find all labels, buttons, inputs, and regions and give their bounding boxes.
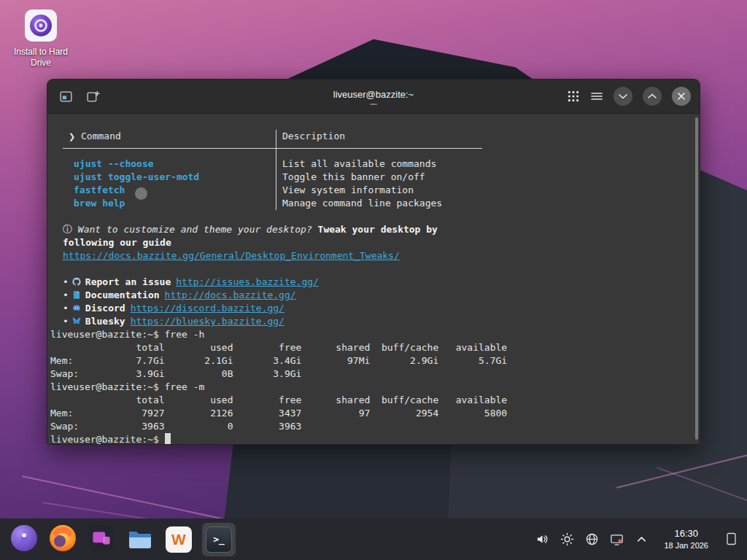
close-button[interactable] [672, 87, 691, 106]
bullet-label: Report an issue [85, 276, 171, 287]
list-item: •Documentationhttp://docs.bazzite.gg/ [63, 289, 692, 302]
taskbar-item-bazzite-menu[interactable] [9, 524, 39, 555]
description-cell: Toggle this banner on/off [276, 171, 482, 184]
table-header-row: ❯ Command Description [63, 130, 482, 149]
network-globe-icon[interactable] [585, 532, 599, 546]
session-profile-icon[interactable] [59, 90, 73, 104]
bazzite-portal-icon [88, 524, 115, 555]
command-cell: ujust toggle-user-motd [63, 171, 276, 184]
text-cursor [165, 433, 171, 444]
taskbar-item-orange-w-app[interactable]: W [163, 524, 194, 555]
clock-date: 18 Jan 2026 [664, 541, 708, 550]
firefox-icon [49, 524, 77, 555]
window-title: liveuser@bazzite:~ [333, 89, 414, 100]
new-tab-icon[interactable] [86, 90, 100, 104]
busy-indicator [135, 187, 147, 200]
info-icon: ⓘ [63, 224, 72, 235]
show-desktop-button[interactable] [724, 532, 738, 546]
command-output-line: total used free shared buff/cache availa… [50, 341, 692, 354]
command-table: ❯ Command Description ujust --choose Lis… [63, 130, 482, 210]
desktop-icon-label: Install to Hard Drive [7, 47, 74, 69]
taskbar-item-bazzite-portal[interactable] [86, 524, 117, 555]
terminal-icon: >_ [206, 526, 232, 553]
list-item: •Discordhttps://discord.bazzite.gg/ [63, 302, 692, 315]
discord-link[interactable]: https://discord.bazzite.gg/ [131, 303, 285, 314]
shell-prompt: liveuser@bazzite:~$ [50, 434, 159, 445]
prompt-arrow-icon: ❯ [69, 132, 75, 141]
command-column-header: Command [81, 131, 121, 141]
bluesky-link[interactable]: https://bluesky.bazzite.gg/ [131, 316, 285, 327]
shell-prompt-line: liveuser@bazzite:~$ [50, 433, 692, 445]
bullet-label: Discord [85, 303, 125, 314]
tab-indicator [370, 104, 377, 105]
table-row: ujust toggle-user-motd Toggle this banne… [63, 171, 482, 184]
tip-question: Want to customize and theme your desktop… [78, 224, 312, 235]
table-row: ujust --choose List all available comman… [63, 149, 482, 171]
w-app-icon: W [166, 526, 192, 553]
screen-share-icon[interactable] [610, 532, 624, 546]
github-icon [71, 277, 82, 287]
taskbar-item-dolphin[interactable] [125, 524, 155, 555]
discord-icon [71, 303, 82, 313]
list-item: •Report an issuehttp://issues.bazzite.gg… [63, 276, 692, 289]
description-cell: Manage command line packages [276, 197, 482, 210]
description-cell: List all available commands [276, 149, 482, 171]
command-cell: ujust --choose [63, 149, 276, 171]
bullet-marker: • [63, 303, 69, 314]
hamburger-menu-icon[interactable] [590, 90, 603, 103]
tweaks-guide-link[interactable]: https://docs.bazzite.gg/General/Desktop_… [63, 250, 400, 261]
installer-icon [24, 9, 58, 42]
tip-bold-text: following our guide [63, 237, 171, 248]
terminal-content[interactable]: ❯ Command Description ujust --choose Lis… [47, 114, 700, 445]
command-cell: brew help [63, 197, 276, 210]
clock-time: 16:30 [664, 529, 708, 539]
split-view-grid-icon[interactable] [567, 90, 580, 103]
typed-command: free -m [165, 381, 205, 392]
bullet-marker: • [63, 289, 69, 300]
bullet-label: Documentation [85, 289, 160, 300]
scrollbar[interactable] [695, 117, 698, 440]
typed-command: free -h [165, 329, 205, 340]
minimize-button[interactable] [614, 87, 632, 106]
document-icon [71, 290, 82, 300]
shell-prompt: liveuser@bazzite:~$ [50, 329, 159, 340]
window-titlebar[interactable]: liveuser@bazzite:~ [47, 79, 700, 114]
taskbar-item-konsole-active[interactable]: >_ [202, 523, 236, 556]
bullet-marker: • [63, 276, 69, 287]
w-app-letter: W [171, 531, 186, 548]
volume-icon[interactable] [535, 532, 549, 546]
command-output-line: Swap: 3963 0 3963 [50, 420, 692, 433]
description-column-header: Description [276, 130, 482, 148]
command-output-line: Swap: 3.9Gi 0B 3.9Gi [50, 368, 692, 381]
taskbar-item-firefox[interactable] [47, 524, 78, 555]
table-row: fastfetch View system information [63, 184, 482, 197]
docs-link[interactable]: http://docs.bazzite.gg/ [165, 289, 296, 300]
tip-line: ⓘ Want to customize and theme your deskt… [63, 223, 692, 236]
tip-bold-text: Tweak your desktop by [318, 224, 438, 235]
shell-prompt-line: liveuser@bazzite:~$ free -h [50, 328, 692, 341]
description-cell: View system information [276, 184, 482, 197]
file-manager-folder-icon [126, 524, 154, 555]
bullet-label: Bluesky [85, 316, 125, 327]
bullet-marker: • [63, 316, 69, 327]
taskbar: W >_ 16:30 18 Jan 2026 [0, 518, 747, 560]
command-output-line: total used free shared buff/cache availa… [50, 394, 692, 407]
clock-widget[interactable]: 16:30 18 Jan 2026 [664, 529, 708, 549]
bazzite-logo-icon [10, 524, 38, 555]
command-output-line: Mem: 7927 2126 3437 97 2954 5800 [50, 407, 692, 420]
install-to-hard-drive-shortcut[interactable]: Install to Hard Drive [7, 9, 74, 69]
shell-prompt-line: liveuser@bazzite:~$ free -m [50, 381, 692, 394]
terminal-glyph: >_ [213, 534, 225, 545]
maximize-button[interactable] [643, 87, 662, 106]
brightness-icon[interactable] [560, 532, 574, 546]
issues-link[interactable]: http://issues.bazzite.gg/ [176, 276, 319, 287]
tray-expand-chevron-icon[interactable] [635, 532, 649, 546]
terminal-window: liveuser@bazzite:~ ❯ Command Descr [47, 79, 700, 445]
command-output-line: Mem: 7.7Gi 2.1Gi 3.4Gi 97Mi 2.9Gi 5.7Gi [50, 354, 692, 368]
shell-prompt: liveuser@bazzite:~$ [50, 381, 159, 392]
list-item: •Blueskyhttps://bluesky.bazzite.gg/ [63, 315, 692, 328]
table-row: brew help Manage command line packages [63, 197, 482, 210]
bluesky-icon [71, 316, 82, 326]
command-cell: fastfetch [63, 184, 276, 197]
